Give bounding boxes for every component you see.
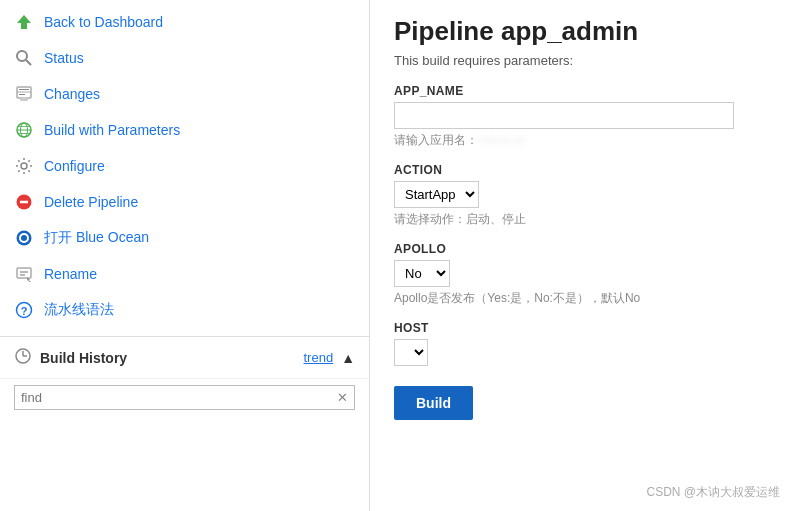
action-label: ACTION [394, 163, 770, 177]
sidebar-item-status-label: Status [44, 50, 84, 66]
apollo-label: APOLLO [394, 242, 770, 256]
svg-point-1 [17, 51, 27, 61]
sidebar-item-open-blue-ocean[interactable]: 打开 Blue Ocean [0, 220, 369, 256]
sidebar-item-status[interactable]: Status [0, 40, 369, 76]
field-host: HOST [394, 321, 770, 366]
blue-ocean-icon [14, 228, 34, 248]
field-action: ACTION StartApp StopApp 请选择动作：启动、停止 [394, 163, 770, 228]
action-select[interactable]: StartApp StopApp [394, 181, 479, 208]
find-input-wrap: ✕ [0, 378, 369, 416]
app-name-hint: 请输入应用名：· ···· ··· ··· [394, 132, 770, 149]
svg-marker-0 [17, 15, 31, 29]
host-label: HOST [394, 321, 770, 335]
build-history-header: Build History trend ▲ [0, 337, 369, 378]
field-app-name: APP_NAME 请输入应用名：· ···· ··· ··· [394, 84, 770, 149]
svg-line-2 [26, 60, 31, 65]
sidebar-item-syntax[interactable]: ? 流水线语法 [0, 292, 369, 328]
changes-icon [14, 84, 34, 104]
svg-rect-5 [20, 97, 28, 101]
subtitle: This build requires parameters: [394, 53, 770, 68]
delete-icon [14, 192, 34, 212]
sidebar-item-delete-pipeline-label: Delete Pipeline [44, 194, 138, 210]
apollo-hint: Apollo是否发布（Yes:是，No:不是），默认No [394, 290, 770, 307]
app-name-label: APP_NAME [394, 84, 770, 98]
gear-icon [14, 156, 34, 176]
sidebar-item-configure[interactable]: Configure [0, 148, 369, 184]
build-history-icon [14, 347, 32, 368]
svg-point-13 [21, 163, 27, 169]
sidebar-item-delete-pipeline[interactable]: Delete Pipeline [0, 184, 369, 220]
main-content: Pipeline app_admin This build requires p… [370, 0, 794, 511]
svg-rect-19 [17, 268, 31, 278]
svg-point-18 [21, 235, 27, 241]
sidebar-item-open-blue-ocean-label: 打开 Blue Ocean [44, 229, 149, 247]
apollo-select[interactable]: No Yes [394, 260, 450, 287]
sidebar-item-back-to-dashboard[interactable]: Back to Dashboard [0, 4, 369, 40]
field-apollo: APOLLO No Yes Apollo是否发布（Yes:是，No:不是），默认… [394, 242, 770, 307]
arrow-up-icon [14, 12, 34, 32]
build-history-label: Build History [40, 350, 296, 366]
clear-icon[interactable]: ✕ [337, 390, 348, 405]
action-hint: 请选择动作：启动、停止 [394, 211, 770, 228]
trend-link[interactable]: trend [304, 350, 334, 365]
watermark: CSDN @木讷大叔爱运维 [646, 484, 780, 501]
sidebar-item-changes[interactable]: Changes [0, 76, 369, 112]
magnifier-icon [14, 48, 34, 68]
build-button[interactable]: Build [394, 386, 473, 420]
sidebar-item-build-with-parameters-label: Build with Parameters [44, 122, 180, 138]
rename-icon [14, 264, 34, 284]
find-input[interactable] [14, 385, 355, 410]
sidebar-item-rename-label: Rename [44, 266, 97, 282]
sidebar-item-syntax-label: 流水线语法 [44, 301, 114, 319]
app-name-hint-blurred: · ···· ··· ··· [478, 133, 525, 147]
svg-text:?: ? [21, 305, 28, 317]
question-icon: ? [14, 300, 34, 320]
build-history-section: Build History trend ▲ ✕ [0, 336, 369, 416]
sidebar-item-configure-label: Configure [44, 158, 105, 174]
sidebar-item-build-with-parameters[interactable]: Build with Parameters [0, 112, 369, 148]
sidebar-item-rename[interactable]: Rename [0, 256, 369, 292]
app-name-input[interactable] [394, 102, 734, 129]
collapse-icon[interactable]: ▲ [341, 350, 355, 366]
sidebar: Back to Dashboard Status Changes [0, 0, 370, 511]
sidebar-item-back-to-dashboard-label: Back to Dashboard [44, 14, 163, 30]
globe-icon [14, 120, 34, 140]
sidebar-item-changes-label: Changes [44, 86, 100, 102]
host-select[interactable] [394, 339, 428, 366]
page-title: Pipeline app_admin [394, 16, 770, 47]
